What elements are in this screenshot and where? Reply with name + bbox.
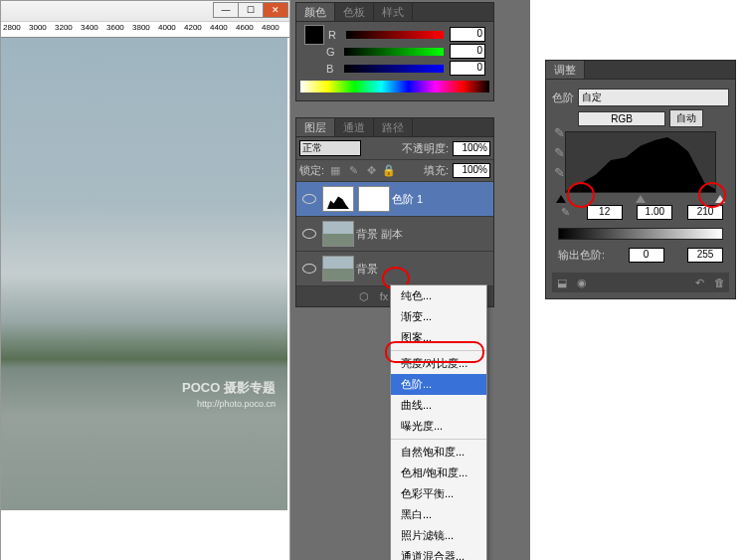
link-icon[interactable]: ⬡ [357, 289, 371, 303]
menu-levels[interactable]: 色阶... [391, 374, 486, 395]
menu-color-balance[interactable]: 色彩平衡... [391, 483, 486, 504]
layer-bg-copy[interactable]: 背景 副本 [296, 217, 493, 252]
ruler-mark: 4600 [236, 23, 254, 32]
input-gamma-value[interactable]: 1.00 [637, 205, 672, 220]
preset-select[interactable]: 自定 [578, 89, 729, 106]
visibility-icon[interactable] [302, 192, 316, 206]
levels-label: 色阶 [552, 91, 574, 105]
layer-mask-thumb[interactable] [358, 186, 390, 212]
menu-bw[interactable]: 黑白... [391, 504, 486, 525]
menu-brightness[interactable]: 亮度/对比度... [391, 353, 486, 374]
fx-icon[interactable]: fx [377, 289, 391, 303]
layer-thumb[interactable] [322, 186, 354, 212]
reset-icon[interactable]: ↶ [692, 276, 706, 289]
document-window: — ☐ ✕ 2800 3000 3200 3400 3600 3800 4000… [0, 0, 290, 560]
spectrum-bar[interactable] [300, 81, 489, 93]
color-panel: 颜色 色板 样式 R 0 G 0 B 0 [295, 2, 494, 101]
delete-icon[interactable]: 🗑 [712, 276, 726, 289]
lock-label: 锁定: [299, 163, 324, 178]
fill-label: 填充: [424, 163, 449, 178]
r-label: R [328, 29, 340, 41]
menu-curves[interactable]: 曲线... [391, 395, 486, 416]
ruler-mark: 4800 [262, 23, 280, 32]
b-value[interactable]: 0 [450, 61, 485, 76]
ruler-mark: 3800 [132, 23, 150, 32]
tab-channels[interactable]: 通道 [335, 118, 374, 136]
fill-value[interactable]: 100% [453, 163, 490, 178]
lock-pixels-icon[interactable]: ▦ [328, 164, 342, 178]
ruler-mark: 3600 [106, 23, 124, 32]
output-black-value[interactable]: 0 [629, 248, 664, 263]
tab-paths[interactable]: 路径 [374, 118, 413, 136]
view-icon[interactable]: ◉ [575, 276, 589, 289]
b-slider[interactable] [344, 65, 444, 73]
maximize-button[interactable]: ☐ [238, 2, 264, 18]
tab-adjustments[interactable]: 调整 [546, 61, 585, 79]
sample-icon[interactable]: ✎ [558, 205, 572, 219]
tab-layers[interactable]: 图层 [296, 118, 335, 136]
g-slider[interactable] [344, 48, 444, 56]
layer-name: 背景 副本 [356, 227, 403, 242]
eyedropper-black-icon[interactable]: ✎ [551, 125, 567, 141]
menu-vibrance[interactable]: 自然饱和度... [391, 442, 486, 463]
menu-gradient[interactable]: 渐变... [391, 306, 486, 327]
black-point-slider[interactable] [556, 195, 566, 203]
lock-brush-icon[interactable]: ✎ [346, 164, 360, 178]
r-slider[interactable] [346, 31, 444, 39]
output-white-value[interactable]: 255 [687, 248, 723, 263]
layer-name: 背景 [356, 262, 378, 277]
gamma-slider[interactable] [636, 195, 646, 203]
output-gradient[interactable] [558, 228, 723, 240]
layer-name: 色阶 1 [392, 192, 423, 207]
white-point-slider[interactable] [715, 195, 725, 203]
r-value[interactable]: 0 [450, 27, 485, 42]
b-label: B [326, 63, 338, 75]
lock-all-icon[interactable]: 🔒 [382, 164, 396, 178]
histogram [565, 131, 716, 193]
ruler-mark: 2800 [3, 23, 21, 32]
tab-styles[interactable]: 样式 [374, 3, 413, 21]
ruler-mark: 4200 [184, 23, 202, 32]
menu-channel-mixer[interactable]: 通道混合器... [391, 546, 486, 560]
ruler-mark: 3200 [55, 23, 73, 32]
menu-pattern[interactable]: 图案... [391, 327, 486, 348]
layer-thumb[interactable] [322, 221, 354, 247]
close-button[interactable]: ✕ [263, 2, 288, 18]
layer-bg[interactable]: 背景 [296, 252, 493, 286]
adjustment-layer-menu: 纯色... 渐变... 图案... 亮度/对比度... 色阶... 曲线... … [390, 284, 487, 560]
ruler-mark: 3000 [29, 23, 47, 32]
canvas-image[interactable]: POCO 摄影专题 http://photo.poco.cn [1, 38, 287, 510]
layer-levels[interactable]: 色阶 1 [296, 182, 493, 217]
g-value[interactable]: 0 [450, 44, 485, 59]
ruler-mark: 4400 [210, 23, 228, 32]
ruler-mark: 4000 [158, 23, 176, 32]
minimize-button[interactable]: — [213, 2, 239, 18]
layer-thumb[interactable] [322, 256, 354, 281]
menu-exposure[interactable]: 曝光度... [391, 416, 486, 437]
tab-color[interactable]: 颜色 [296, 3, 335, 21]
menu-photo-filter[interactable]: 照片滤镜... [391, 525, 486, 546]
visibility-icon[interactable] [302, 227, 316, 241]
visibility-icon[interactable] [302, 262, 316, 276]
input-white-value[interactable]: 210 [687, 205, 723, 220]
foreground-swatch[interactable] [304, 25, 324, 45]
auto-button[interactable]: 自动 [669, 109, 703, 127]
layers-panel: 图层 通道 路径 正常 不透明度: 100% 锁定: ▦ ✎ ✥ 🔒 填充: 1… [295, 117, 494, 307]
output-label: 输出色阶: [558, 248, 605, 263]
menu-solid-color[interactable]: 纯色... [391, 285, 486, 306]
blend-mode-select[interactable]: 正常 [299, 140, 361, 156]
tab-swatches[interactable]: 色板 [335, 3, 374, 21]
g-label: G [326, 46, 338, 58]
opacity-value[interactable]: 100% [453, 141, 490, 156]
title-bar[interactable]: — ☐ ✕ [1, 1, 289, 22]
horizontal-ruler: 2800 3000 3200 3400 3600 3800 4000 4200 … [1, 22, 289, 38]
clip-icon[interactable]: ⬓ [555, 276, 569, 289]
channel-select[interactable]: RGB [578, 111, 665, 126]
opacity-label: 不透明度: [402, 141, 449, 156]
menu-hue-sat[interactable]: 色相/饱和度... [391, 463, 486, 483]
lock-move-icon[interactable]: ✥ [364, 164, 378, 178]
eyedropper-gray-icon[interactable]: ✎ [551, 145, 567, 161]
eyedropper-white-icon[interactable]: ✎ [551, 165, 567, 181]
ruler-mark: 3400 [81, 23, 98, 32]
input-black-value[interactable]: 12 [587, 205, 623, 220]
